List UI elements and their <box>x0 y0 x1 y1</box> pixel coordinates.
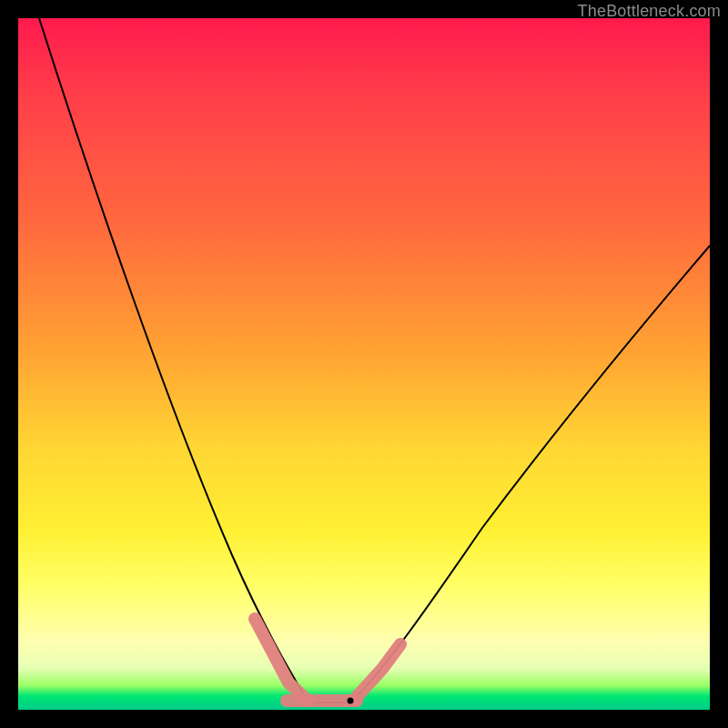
chart-frame: TheBottleneck.com <box>0 0 728 728</box>
left-curve <box>39 18 308 703</box>
min-point-dot <box>348 698 354 704</box>
highlight-marker-right <box>355 644 400 699</box>
highlight-marker-left <box>255 619 308 701</box>
curve-layer <box>18 18 710 710</box>
right-curve <box>350 246 710 703</box>
plot-area <box>18 18 710 710</box>
